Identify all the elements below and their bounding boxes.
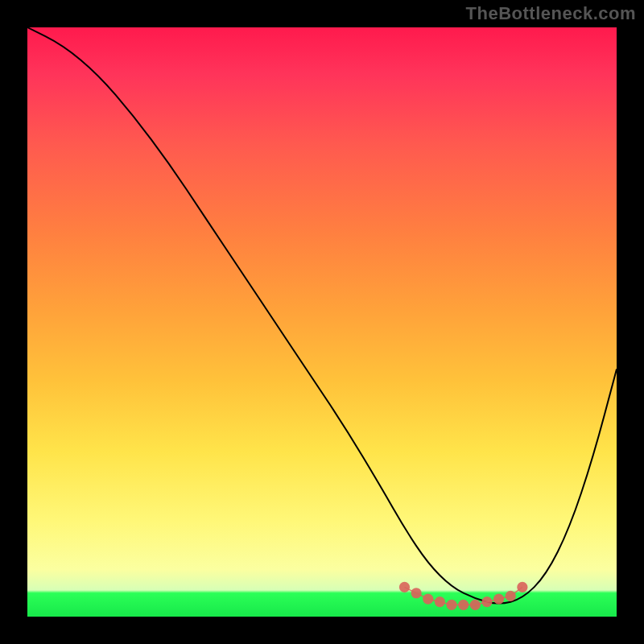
optimal-marker-dot <box>399 582 410 592</box>
optimal-marker-dot <box>446 600 456 610</box>
optimal-marker-dot <box>506 591 516 601</box>
optimal-range-markers <box>27 27 617 617</box>
optimal-marker-dot <box>493 593 504 604</box>
optimal-marker-dot <box>411 588 422 598</box>
plot-area <box>27 27 617 617</box>
optimal-marker-dot <box>435 597 445 607</box>
optimal-marker-dot <box>458 600 469 610</box>
watermark-text: TheBottleneck.com <box>466 3 636 24</box>
optimal-marker-dot <box>423 593 433 604</box>
optimal-marker-dot <box>470 600 481 610</box>
optimal-marker-dot <box>481 597 492 607</box>
chart-frame: TheBottleneck.com <box>0 0 644 644</box>
optimal-marker-dot <box>517 582 527 592</box>
